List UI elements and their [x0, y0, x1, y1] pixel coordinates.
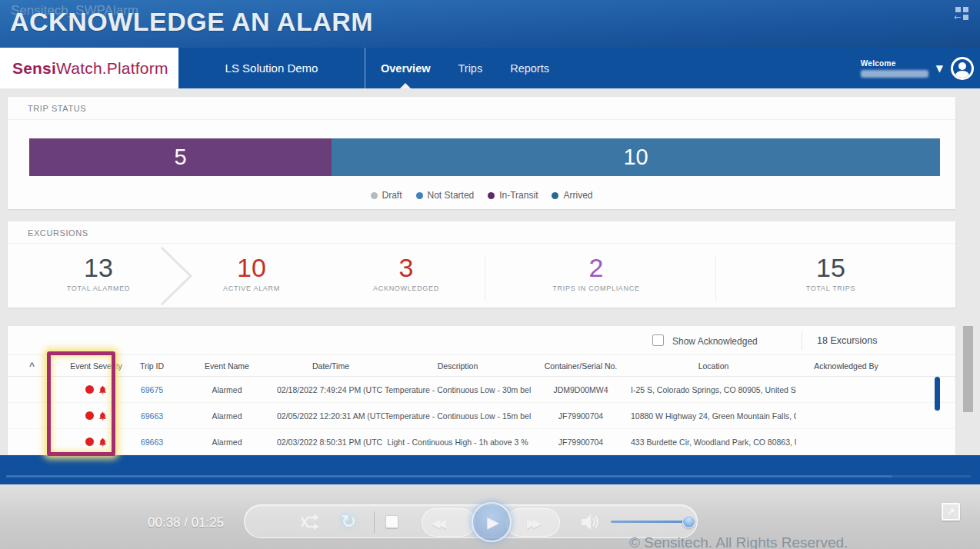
trip-id-link[interactable]: 69663 [127, 411, 177, 421]
app-footer-bar [0, 455, 980, 484]
excursions-card: EXCURSIONS 13 TOTAL ALARMED 10 ACTIVE AL… [8, 221, 955, 308]
trip-status-card: TRIP STATUS 5 10 Draft Not Started In-Tr… [8, 97, 955, 209]
legend-dot-draft [371, 192, 378, 199]
show-acknowledged-label: Show Acknowledged [672, 336, 758, 347]
playback-time: 00:38 / 01:25 [148, 515, 224, 531]
shuffle-icon[interactable] [297, 511, 323, 534]
video-wall-icon[interactable]: ← [955, 7, 971, 21]
show-acknowledged-checkbox[interactable] [652, 334, 664, 346]
stat-active-alarm[interactable]: 10 ACTIVE ALARM [167, 254, 336, 292]
event-severity-highlight-box [47, 351, 115, 456]
user-menu[interactable]: Welcome ▼ [861, 48, 974, 88]
welcome-label: Welcome [861, 59, 928, 68]
video-copyright-overlay: © Sensitech. All Rights Reserved. A Carr… [629, 534, 845, 549]
player-control-bar: 00:38 / 01:25 ↻ ◀◀ ▶ ▶▶ © Sensitech. All [0, 484, 980, 549]
slide-heading: ACKNOWLEDGE AN ALARM [10, 7, 373, 37]
app-navbar: SensiWatch.Platform LS Solution Demo Ove… [0, 48, 980, 88]
col-date-time[interactable]: Date/Time [277, 361, 385, 371]
trip-id-link[interactable]: 69663 [127, 438, 177, 447]
video-player-frame: Sensitech_SWPAlarm ACKNOWLEDGE AN ALARM … [0, 0, 980, 549]
col-description[interactable]: Description [385, 361, 531, 371]
fast-forward-button[interactable]: ▶▶ [506, 508, 560, 537]
brand-logo[interactable]: SensiWatch.Platform [0, 48, 178, 88]
play-button[interactable]: ▶ [472, 502, 512, 542]
stat-total-alarmed[interactable]: 13 TOTAL ALARMED [14, 254, 183, 292]
stat-total-trips[interactable]: 15 TOTAL TRIPS [746, 254, 915, 292]
username-redacted [861, 70, 928, 78]
trip-status-title: TRIP STATUS [28, 104, 86, 113]
table-header-row: ^ Event Severity Trip ID Event Name Date… [8, 355, 955, 377]
excursions-table-card: Show Acknowledged 18 Excursions ^ Event … [8, 326, 955, 455]
table-row[interactable]: 69663 Alarmed 02/03/2022 8:50:31 PM (UTC… [8, 429, 955, 455]
table-vertical-scrollbar[interactable] [935, 377, 940, 411]
chevron-down-icon[interactable]: ▼ [936, 63, 943, 74]
popout-icon[interactable]: ↗ [942, 503, 960, 521]
table-horizontal-scrollbar[interactable] [6, 475, 892, 477]
legend-dot-in-transit [488, 192, 495, 199]
legend-dot-arrived [552, 192, 558, 199]
tab-overview[interactable]: Overview [379, 48, 432, 88]
col-location[interactable]: Location [631, 361, 796, 371]
col-acknowledged-by[interactable]: Acknowledged By [796, 361, 896, 371]
bar-segment-arrived[interactable]: 10 [332, 138, 940, 176]
rewind-button[interactable]: ◀◀ [422, 508, 475, 537]
volume-slider[interactable] [611, 521, 695, 523]
excursions-title: EXCURSIONS [28, 228, 88, 238]
primary-nav: Overview Trips Reports [379, 48, 551, 88]
bar-segment-in-transit[interactable]: 5 [29, 138, 332, 176]
stat-trips-in-compliance[interactable]: 2 TRIPS IN COMPLIANCE [512, 254, 681, 292]
logo-rest: Watch.Platform [56, 59, 168, 77]
trip-id-link[interactable]: 69675 [127, 385, 177, 394]
legend-dot-not-started [416, 192, 423, 199]
table-row[interactable]: 69675 Alarmed 02/18/2022 7:49:24 PM (UTC… [8, 377, 955, 403]
col-event-name[interactable]: Event Name [177, 361, 277, 371]
excursion-count: 18 Excursions [817, 335, 878, 346]
volume-icon[interactable] [581, 511, 601, 533]
player-controls-pill: ↻ ◀◀ ▶ ▶▶ © Sensitech. All Rights Reserv… [244, 504, 698, 538]
fast-forward-icon: ▶▶ [527, 517, 538, 531]
trip-status-stacked-bar: 5 10 [29, 138, 940, 176]
replay-loop-icon[interactable]: ↻ [335, 507, 362, 535]
tab-trips[interactable]: Trips [457, 48, 485, 88]
slide-banner: Sensitech_SWPAlarm ACKNOWLEDGE AN ALARM … [0, 0, 980, 48]
col-container-serial[interactable]: Container/Serial No. [531, 361, 631, 371]
arrow-left-icon: ← [954, 12, 961, 22]
player-checkbox[interactable] [385, 515, 398, 528]
trip-status-legend: Draft Not Started In-Transit Arrived [8, 190, 955, 201]
stat-acknowledged[interactable]: 3 ACKNOWLEDGED [322, 254, 491, 292]
tab-reports[interactable]: Reports [508, 48, 551, 88]
logo-bold: Sensi [12, 59, 56, 77]
table-row[interactable]: 69663 Alarmed 02/05/2022 12:20:31 AM (UT… [8, 403, 955, 429]
volume-slider-thumb[interactable] [682, 515, 695, 528]
org-selector-tab[interactable]: LS Solution Demo [178, 48, 365, 88]
avatar[interactable] [951, 57, 974, 80]
page-scrollbar[interactable] [963, 326, 973, 412]
col-trip-id[interactable]: Trip ID [127, 361, 177, 371]
rewind-icon: ◀◀ [432, 517, 443, 531]
